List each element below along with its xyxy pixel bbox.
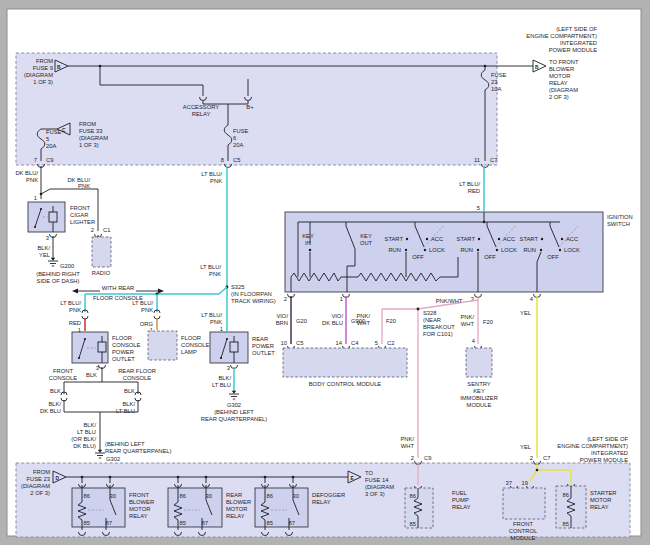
component-label: RADIO: [92, 270, 111, 276]
to-fuse14-label: 3 OF 3): [365, 491, 385, 497]
wire-label: LT BLU/: [459, 181, 480, 187]
component-label: CIGAR: [70, 212, 88, 218]
wire-label: BLK/: [37, 245, 50, 251]
relay-label: DEFOGGER: [312, 492, 345, 498]
top-ipm-box: [16, 53, 497, 165]
arrow-letter: C: [62, 128, 66, 133]
wire-label: PNK: [78, 183, 90, 189]
from-fuse9-label: FROM: [36, 58, 53, 64]
wiring-diagram-viewer: (LEFT SIDE OF ENGINE COMPARTMENT) INTEGR…: [0, 0, 650, 545]
pos-label: ACC: [431, 236, 443, 242]
pin-label: 19: [522, 480, 528, 486]
fuse6-label: 6: [233, 135, 236, 141]
option-label: REAR FLOOR: [118, 368, 156, 374]
wire-label: YEL: [39, 252, 51, 258]
pin-label: 85: [180, 520, 186, 526]
to-blower-label: RELAY: [549, 80, 568, 86]
pin-label: 30: [206, 493, 212, 499]
pin-label: 1: [220, 326, 223, 332]
bplus-label: B+: [246, 104, 254, 110]
pin-label: 85: [563, 521, 569, 527]
splice-label: (NEAR: [423, 317, 441, 323]
wire-label: LT BLU/: [201, 171, 222, 177]
wire-label: PNK: [209, 271, 221, 277]
ground-location: SIDE OF DASH): [37, 278, 80, 284]
pin-label: 86: [563, 492, 569, 498]
fuse23-label: 23: [491, 79, 497, 85]
pos-label: LOCK: [429, 247, 445, 253]
ground-label: G302: [106, 456, 120, 462]
fuse5-label: 20A: [46, 143, 56, 149]
relay-label: BLOWER: [129, 499, 154, 505]
relay-label: RELAY: [590, 504, 609, 510]
region-label: INTEGRATED: [560, 40, 597, 46]
wire-label: BLK/: [218, 375, 231, 381]
splice-label: S325: [231, 284, 245, 290]
wire-label: DK BLU: [322, 320, 343, 326]
sentry-key-immobilizer-box: [466, 348, 492, 377]
from-fuse9-label: FUSE 9: [33, 65, 53, 71]
connector-label: C9: [424, 455, 431, 461]
region-label: ENGINE COMPARTMENT): [557, 443, 628, 449]
to-fuse14-label: TO: [365, 470, 373, 476]
wire-label: WHT: [461, 321, 475, 327]
wire-label: RED: [468, 188, 480, 194]
wire-label: PNK/: [356, 313, 370, 319]
component-label: FRONT: [70, 205, 90, 211]
pos-label: OFF: [547, 254, 559, 260]
relay-label: MOTOR: [226, 506, 247, 512]
pin-label: 86: [410, 493, 416, 499]
pin-label: 2: [530, 455, 533, 461]
from-fuse33-label: 1 OF 3): [79, 142, 99, 148]
component-label: OUTLET: [112, 356, 135, 362]
wire-label: WHT: [401, 443, 415, 449]
wire-label: VIO/: [331, 313, 343, 319]
wire-label: BLK/: [122, 401, 135, 407]
relay-label: RELAY: [312, 499, 331, 505]
pos-label: RUN: [460, 247, 473, 253]
pin-label: 87: [202, 520, 208, 526]
wire-label: PNK/: [460, 314, 474, 320]
connector-label: C7: [490, 157, 497, 163]
pin-label: 1: [34, 195, 37, 201]
pin-label: 3: [46, 235, 49, 241]
relay-box: [255, 488, 308, 527]
relay-box: [168, 488, 222, 527]
floor-console-lamp-box: [148, 331, 177, 360]
arrow-letter: B: [57, 65, 61, 70]
wire-label: PNK: [26, 177, 38, 183]
wire-label: LT BLU/: [201, 312, 222, 318]
component-label: SENTRY: [467, 381, 491, 387]
pin-label: 2: [411, 455, 414, 461]
fuse6-label: 20A: [233, 142, 243, 148]
floor-console-power-outlet-box: [72, 332, 108, 363]
fuse6-label: FUSE: [233, 128, 249, 134]
key-out-label: OUT: [360, 240, 373, 246]
relay-label: FUEL: [452, 490, 468, 496]
circuit-label: F20: [386, 318, 396, 324]
relay-box: [72, 488, 125, 527]
component-label: CONSOLE: [181, 342, 209, 348]
ground-location: (BEHIND LEFT: [214, 409, 254, 415]
to-blower-label: (DIAGRAM: [549, 87, 578, 93]
pin-label: 7: [34, 157, 37, 163]
pin-label: 87: [106, 520, 112, 526]
pin-label: 86: [267, 493, 273, 499]
pos-label: RUN: [388, 247, 401, 253]
body-control-module-box: [283, 348, 407, 377]
component-label: MODULE: [511, 535, 536, 541]
connector-label: C9: [46, 157, 53, 163]
region-label: POWER MODULE: [580, 457, 628, 463]
pin-label: 85: [410, 521, 416, 527]
pin-label: 1: [340, 296, 343, 302]
splice-label: BREAKOUT: [423, 324, 455, 330]
component-label: CONTROL: [509, 528, 538, 534]
ground-location: REAR QUARTERPANEL): [201, 416, 268, 422]
pos-label: RUN: [523, 247, 536, 253]
relay-label: REAR: [226, 492, 242, 498]
pos-label: ACC: [566, 236, 578, 242]
pin-label: 8: [221, 157, 224, 163]
region-label: ENGINE COMPARTMENT): [526, 33, 597, 39]
component-label: SWITCH: [607, 221, 630, 227]
component-label: REAR: [252, 336, 268, 342]
